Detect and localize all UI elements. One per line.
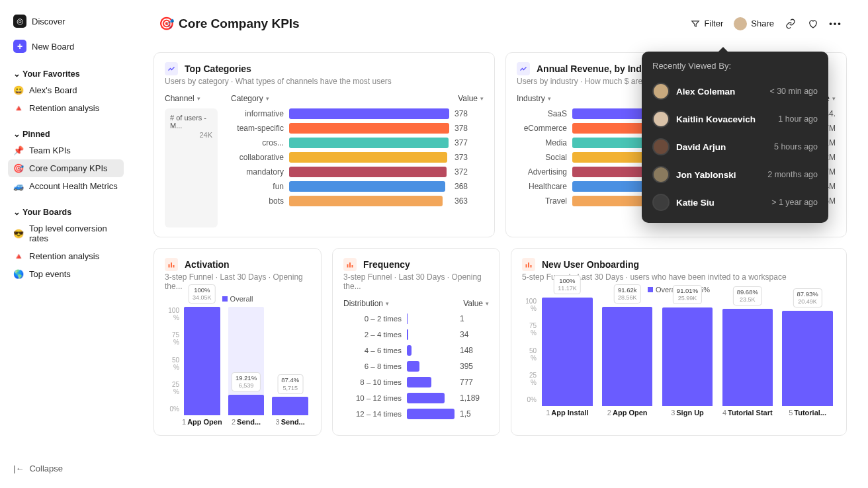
popover-title: Recently Viewed By: (652, 61, 818, 71)
bar-label: cros... (223, 138, 284, 147)
bar-row[interactable]: 4 – 6 times 148 (343, 345, 489, 356)
bar-row[interactable]: 8 – 10 times 777 (343, 377, 489, 387)
bar-row[interactable]: cros... 377 (223, 138, 484, 148)
bar-value: 34 (460, 330, 489, 339)
sidebar-item-board[interactable]: 😎Top level conversion rates (8, 220, 124, 247)
legend: Overall (165, 295, 310, 303)
col-industry[interactable]: Industry▾ (517, 94, 567, 103)
col-value[interactable]: Value▾ (305, 94, 484, 103)
bar-row[interactable]: 0 – 2 times 1 (343, 313, 489, 324)
svg-rect-8 (531, 265, 532, 268)
viewer-row[interactable]: Katie Siu > 1 year ago (652, 188, 818, 216)
bar-tooltip: 91.62k28.56K (614, 284, 641, 304)
bar-row[interactable]: 12 – 14 times 1,5 (343, 409, 489, 419)
bar-fill (289, 181, 445, 192)
bar-value: 1,189 (460, 393, 489, 403)
svg-rect-7 (528, 263, 529, 268)
boards-header[interactable]: ⌄ Your Boards (8, 204, 124, 220)
bar-row[interactable]: 10 – 12 times 1,189 (343, 393, 489, 403)
more-button[interactable]: ••• (830, 18, 842, 30)
bar-xlabel: 2Send... (232, 418, 261, 426)
chevron-down-icon: ▾ (548, 95, 551, 102)
bar-row[interactable]: collaborative 373 (223, 152, 484, 163)
funnel-bar[interactable]: 19.21%6,539 2Send... (226, 307, 267, 426)
bar-label: collaborative (223, 153, 284, 162)
new-board-button[interactable]: + New Board (8, 36, 124, 57)
page-emoji: 🎯 (159, 16, 175, 31)
bar-value: 373 (455, 153, 484, 162)
item-emoji: 📌 (13, 145, 24, 155)
item-label: Top level conversion rates (29, 224, 118, 243)
funnel-bar[interactable]: 87.93%20.49K 5Tutorial... (779, 298, 836, 417)
bar-value: 777 (460, 378, 489, 387)
bar-fill (407, 393, 445, 403)
bar-label: team-specific (223, 124, 284, 133)
col-category[interactable]: Category▾ (231, 94, 292, 103)
funnel-bar[interactable]: 91.62k28.56K 2App Open (599, 298, 656, 417)
funnel-bar[interactable]: 87.4%5,715 3Send... (270, 307, 310, 426)
funnel-bar[interactable]: 100%34.05K 1App Open (182, 307, 222, 426)
discover-nav[interactable]: ◎ Discover (8, 11, 124, 32)
bar-value: 363 (455, 196, 484, 206)
chevron-down-icon: ▾ (266, 95, 269, 102)
chevron-down-icon: ▾ (197, 95, 200, 102)
chart-icon (165, 62, 178, 75)
bar-fill (407, 377, 431, 387)
favorites-header[interactable]: ⌄ Your Favorites (8, 66, 124, 81)
bar-row[interactable]: mandatory 372 (223, 167, 484, 177)
pinned-header[interactable]: ⌄ Pinned (8, 126, 124, 142)
dimension-box[interactable]: # of users - M... 24K (165, 108, 218, 227)
viewer-row[interactable]: Alex Coleman < 30 min ago (652, 77, 818, 105)
collapse-button[interactable]: |← Collapse (8, 460, 124, 477)
bar-row[interactable]: bots 363 (223, 196, 484, 206)
avatar (652, 194, 670, 211)
funnel-bar[interactable]: 100%11.17K 1App Install (539, 298, 595, 417)
sidebar-item-pinned[interactable]: 🚙Account Health Metrics (8, 177, 124, 195)
new-board-label: New Board (32, 42, 74, 52)
sidebar-item-board[interactable]: 🌎Top events (8, 265, 124, 283)
bar-xlabel: 3Sign Up (671, 409, 704, 417)
plus-icon: + (13, 40, 26, 53)
bar-value: 1 (460, 314, 489, 323)
card-subtitle: Users by category · What types of channe… (165, 77, 484, 86)
viewer-name: David Arjun (676, 142, 767, 152)
bar-label: informative (223, 109, 284, 118)
card-frequency: Frequency 3-step Funnel · Last 30 Days ·… (332, 248, 500, 436)
sidebar-item-favorite[interactable]: 🔺Retention analysis (8, 99, 124, 117)
bar-row[interactable]: fun 368 (223, 181, 484, 192)
link-button[interactable] (785, 18, 797, 30)
bar-tooltip: 19.21%6,539 (232, 372, 261, 391)
favorite-button[interactable] (807, 18, 819, 30)
viewer-row[interactable]: Jon Yablonski 2 months ago (652, 161, 818, 188)
card-top-categories: Top Categories Users by category · What … (153, 52, 495, 237)
page-header: 🎯 Core Company KPIs Filter Share ••• (153, 11, 847, 42)
page-title: 🎯 Core Company KPIs (159, 16, 300, 31)
viewer-row[interactable]: David Arjun 5 hours ago (652, 133, 818, 161)
bar-row[interactable]: 2 – 4 times 34 (343, 329, 489, 340)
bar-fill (289, 138, 449, 148)
item-emoji: 🎯 (13, 163, 24, 173)
sidebar-item-pinned[interactable]: 🎯Core Company KPIs (8, 159, 124, 177)
bar-tooltip: 100%11.17K (554, 275, 581, 294)
bar-row[interactable]: team-specific 378 (223, 123, 484, 134)
viewer-row[interactable]: Kaitlin Kovacevich 1 hour ago (652, 105, 818, 133)
share-button[interactable]: Share (734, 17, 774, 30)
item-emoji: 🔺 (13, 103, 24, 113)
col-distribution[interactable]: Distribution▾ (343, 299, 402, 308)
col-value[interactable]: Value▾ (415, 299, 489, 308)
bar-label: 6 – 8 times (343, 362, 402, 370)
funnel-bar[interactable]: 89.68%23.5K 4Tutorial Start (719, 298, 775, 417)
bar-row[interactable]: 6 – 8 times 395 (343, 361, 489, 372)
sidebar-item-pinned[interactable]: 📌Team KPIs (8, 142, 124, 159)
viewer-time: 1 hour ago (778, 114, 818, 124)
bar-value: 372 (455, 167, 484, 177)
item-emoji: 😎 (13, 229, 24, 239)
filter-button[interactable]: Filter (691, 19, 723, 28)
bar-row[interactable]: informative 378 (223, 108, 484, 119)
sidebar-item-board[interactable]: 🔺Retention analysis (8, 247, 124, 265)
col-channel[interactable]: Channel▾ (165, 94, 218, 103)
funnel-bar[interactable]: 91.01%25.99K 3Sign Up (660, 298, 716, 417)
sidebar-item-favorite[interactable]: 😀Alex's Board (8, 81, 124, 99)
card-subtitle: 3-step Funnel · Last 30 Days · Opening t… (343, 272, 489, 291)
card-title: Frequency (363, 259, 410, 270)
